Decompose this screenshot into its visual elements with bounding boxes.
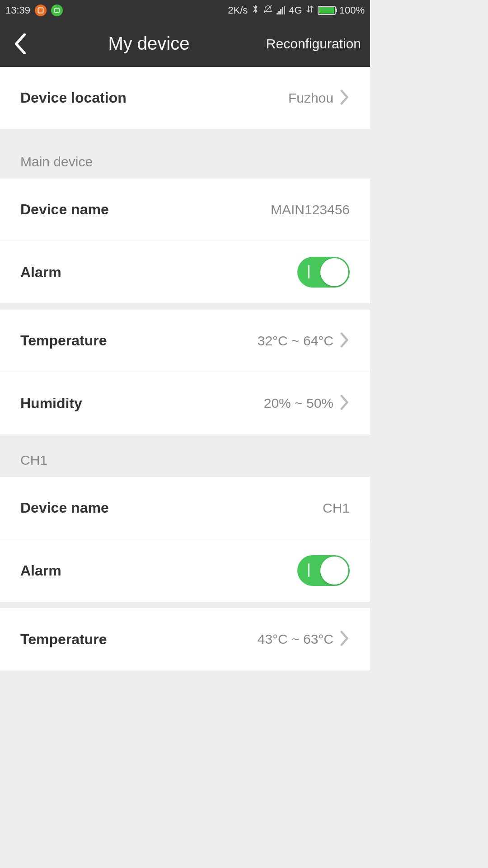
section-header-main-device: Main device [0, 129, 370, 179]
status-net-type: 4G [289, 5, 302, 16]
main-humidity-value: 20% ~ 50% [264, 396, 333, 411]
ch1-device-name-value: CH1 [323, 500, 350, 516]
status-bar: 13:39 2K/s 4G [0, 0, 370, 20]
ch1-temperature-value: 43°C ~ 63°C [258, 632, 333, 647]
back-button[interactable] [9, 33, 32, 55]
row-label: Device name [20, 500, 109, 516]
data-arrows-icon [306, 5, 314, 16]
row-label: Temperature [20, 631, 107, 648]
ch1-alarm-row: Alarm [0, 539, 370, 602]
chevron-right-icon [340, 630, 350, 648]
chevron-right-icon [340, 332, 350, 350]
row-label: Alarm [20, 562, 61, 579]
svg-rect-0 [38, 8, 43, 13]
main-temperature-value: 32°C ~ 64°C [258, 333, 333, 349]
chevron-right-icon [340, 394, 350, 412]
battery-icon [318, 6, 336, 15]
main-alarm-toggle[interactable] [297, 257, 350, 288]
nav-bar: My device Reconfiguration [0, 20, 370, 67]
recording-indicator-icon [35, 5, 47, 16]
row-label: Temperature [20, 332, 107, 349]
page-title: My device [32, 33, 266, 54]
status-time: 13:39 [5, 5, 30, 16]
main-alarm-row: Alarm [0, 241, 370, 303]
status-net-speed: 2K/s [228, 5, 248, 16]
main-device-name-value: MAIN123456 [271, 202, 350, 217]
chevron-right-icon [340, 89, 350, 107]
main-temperature-row[interactable]: Temperature 32°C ~ 64°C [0, 310, 370, 372]
signal-bars-icon [277, 6, 285, 14]
ch1-temperature-row[interactable]: Temperature 43°C ~ 63°C [0, 608, 370, 670]
reconfiguration-button[interactable]: Reconfiguration [266, 36, 361, 52]
main-humidity-row[interactable]: Humidity 20% ~ 50% [0, 372, 370, 434]
ch1-alarm-toggle[interactable] [297, 555, 350, 586]
device-location-value: Fuzhou [288, 90, 333, 106]
usb-debug-icon [51, 5, 63, 16]
status-battery-pct: 100% [339, 5, 365, 16]
device-location-label: Device location [20, 90, 127, 106]
device-location-row[interactable]: Device location Fuzhou [0, 67, 370, 129]
section-header-ch1: CH1 [0, 434, 370, 477]
main-device-name-row[interactable]: Device name MAIN123456 [0, 179, 370, 241]
row-label: Device name [20, 201, 109, 218]
row-label: Humidity [20, 395, 82, 412]
bluetooth-icon [251, 4, 259, 17]
ch1-device-name-row[interactable]: Device name CH1 [0, 477, 370, 539]
mute-icon [263, 4, 273, 17]
svg-rect-1 [55, 8, 59, 13]
row-label: Alarm [20, 264, 61, 281]
settings-list: Device location Fuzhou Main device Devic… [0, 67, 370, 670]
